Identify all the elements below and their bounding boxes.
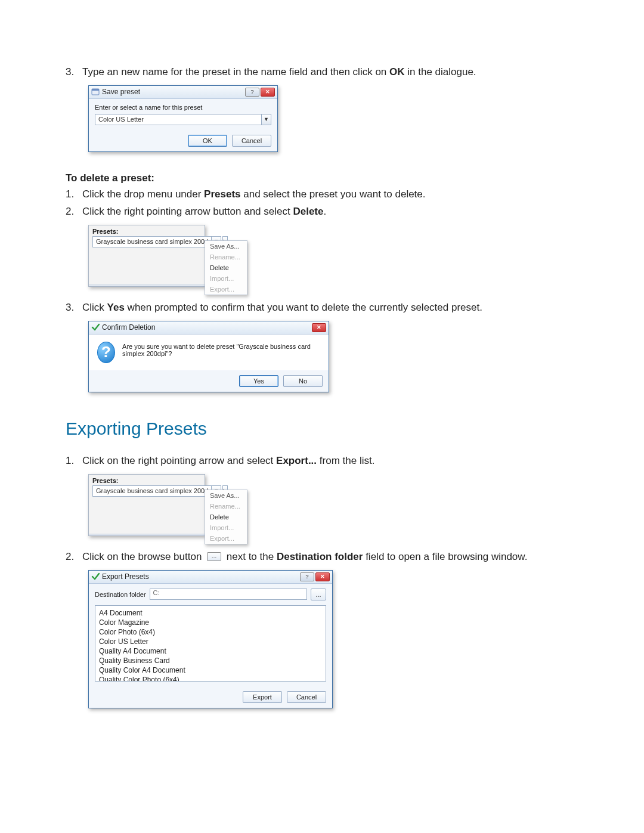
step-text: Type an new name for the preset in the n… — [82, 66, 578, 79]
text: and select the preset you want to delete… — [241, 188, 426, 200]
menu-item-delete[interactable]: Delete — [205, 512, 247, 522]
ok-button[interactable]: OK — [188, 135, 227, 147]
text: from the list. — [317, 455, 374, 466]
titlebar: Confirm Deletion ✕ — [89, 321, 329, 335]
bold-text: Delete — [293, 206, 323, 217]
step-text: Click on the right pointing arrow and se… — [82, 454, 578, 468]
text: when prompted to confirm that you want t… — [125, 302, 482, 313]
check-icon — [91, 572, 100, 581]
text: in the dialogue. — [405, 66, 476, 78]
help-window-button[interactable]: ? — [300, 572, 314, 581]
close-window-button[interactable]: ✕ — [312, 323, 326, 332]
bold-text: OK — [389, 66, 405, 78]
step-number: 1. — [66, 188, 82, 202]
step-text: Click the right pointing arrow button an… — [82, 205, 578, 219]
destination-folder-label: Destination folder — [95, 591, 146, 598]
step-number: 1. — [66, 454, 82, 468]
presets-context-menu: Save As... Rename... Delete Import... Ex… — [205, 240, 247, 295]
text: next to the — [224, 551, 277, 562]
step-number: 2. — [66, 205, 82, 219]
cancel-button[interactable]: Cancel — [287, 691, 326, 703]
text: Click on the browse button — [82, 551, 205, 562]
cancel-button[interactable]: Cancel — [232, 135, 271, 147]
step-text: Click the drop menu under Presets and se… — [82, 188, 578, 202]
text: Click on the right pointing arrow and se… — [82, 455, 276, 466]
presets-combo[interactable]: Grayscale business card simplex 200d ▼ — [92, 485, 221, 497]
presets-combo[interactable]: Grayscale business card simplex 200d ▼ — [92, 236, 221, 247]
bold-text: Yes — [107, 302, 125, 313]
text: Type an new name for the preset in the n… — [82, 66, 389, 78]
bold-text: Presets — [204, 188, 240, 200]
list-item[interactable]: A4 Document — [99, 608, 322, 618]
list-item[interactable]: Color Photo (6x4) — [99, 627, 322, 637]
list-item[interactable]: Quality A4 Document — [99, 646, 322, 656]
menu-item-rename[interactable]: Rename... — [205, 501, 247, 512]
menu-item-save-as[interactable]: Save As... — [205, 241, 247, 252]
step-number: 3. — [66, 66, 82, 79]
preset-name-combo[interactable]: Color US Letter ▼ — [95, 114, 271, 125]
dialog-title: Export Presets — [102, 572, 300, 581]
menu-item-export[interactable]: Export... — [205, 284, 247, 295]
close-window-button[interactable]: ✕ — [261, 88, 275, 97]
menu-item-export[interactable]: Export... — [205, 533, 247, 544]
menu-item-delete[interactable]: Delete — [205, 262, 247, 273]
bold-text: Destination folder — [277, 551, 363, 562]
presets-label: Presets: — [89, 475, 205, 485]
bold-text: Export... — [276, 455, 317, 466]
export-button[interactable]: Export — [243, 691, 282, 703]
browse-button[interactable]: ... — [311, 589, 326, 600]
step-number: 2. — [66, 550, 82, 564]
presets-context-menu: Save As... Rename... Delete Import... Ex… — [205, 490, 247, 544]
titlebar: Export Presets ? ✕ — [89, 571, 332, 584]
text: Click the drop menu under — [82, 188, 204, 200]
step-text: Click Yes when prompted to confirm that … — [82, 301, 578, 315]
browse-button-inline-icon: … — [207, 552, 221, 561]
question-icon: ? — [97, 342, 115, 363]
list-item[interactable]: Color Magazine — [99, 618, 322, 627]
list-item[interactable]: Quality Business Card — [99, 656, 322, 665]
preset-list[interactable]: A4 Document Color Magazine Color Photo (… — [95, 605, 326, 682]
presets-value: Grayscale business card simplex 200d — [93, 487, 211, 494]
step-number: 3. — [66, 301, 82, 315]
dialog-instruction: Enter or select a name for this preset — [95, 104, 271, 111]
check-icon — [91, 323, 100, 332]
confirm-message: Are you sure you want to delete preset "… — [122, 342, 320, 363]
list-item[interactable]: Quality Color A4 Document — [99, 665, 322, 675]
text: Click — [82, 302, 107, 313]
text: Click the right pointing arrow button an… — [82, 206, 293, 217]
app-icon — [91, 88, 100, 96]
titlebar: Save preset ? ✕ — [89, 86, 277, 99]
svg-rect-1 — [92, 89, 99, 91]
presets-value: Grayscale business card simplex 200d — [93, 238, 211, 245]
menu-item-import[interactable]: Import... — [205, 273, 247, 284]
help-window-button[interactable]: ? — [245, 88, 259, 97]
close-window-button[interactable]: ✕ — [315, 572, 330, 581]
dialog-title: Save preset — [102, 88, 245, 96]
menu-item-rename[interactable]: Rename... — [205, 252, 247, 262]
menu-item-save-as[interactable]: Save As... — [205, 490, 247, 501]
dialog-title: Confirm Deletion — [102, 323, 312, 332]
step-text: Click on the browse button … next to the… — [82, 550, 578, 564]
preset-name-value: Color US Letter — [95, 116, 261, 123]
text: . — [323, 206, 326, 217]
section-heading: Exporting Presets — [66, 419, 578, 439]
no-button[interactable]: No — [283, 375, 323, 387]
presets-label: Presets: — [89, 225, 205, 236]
destination-folder-input[interactable]: C: — [150, 589, 307, 600]
text: field to open a file browsing window. — [363, 551, 527, 562]
chevron-down-icon[interactable]: ▼ — [261, 114, 271, 125]
subheading: To delete a preset: — [66, 172, 578, 184]
list-item[interactable]: Quality Color Photo (6x4) — [99, 675, 322, 682]
menu-item-import[interactable]: Import... — [205, 522, 247, 533]
yes-button[interactable]: Yes — [239, 375, 278, 387]
list-item[interactable]: Color US Letter — [99, 637, 322, 646]
